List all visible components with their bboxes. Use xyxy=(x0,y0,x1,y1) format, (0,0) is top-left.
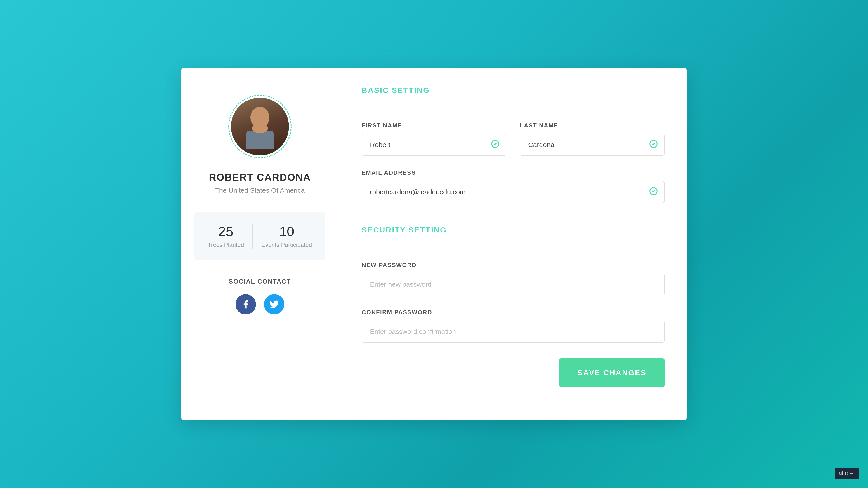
user-location: The United States Of America xyxy=(215,187,305,194)
svg-point-2 xyxy=(252,123,268,133)
name-row: FIRST NAME LAST NAME xyxy=(362,122,664,156)
left-panel: ROBERT CARDONA The United States Of Amer… xyxy=(181,68,339,420)
confirm-password-input[interactable] xyxy=(362,321,664,343)
save-row: SAVE CHANGES xyxy=(362,358,664,387)
events-stat: 10 Events Participated xyxy=(261,224,312,249)
new-password-input[interactable] xyxy=(362,273,664,295)
email-label: EMAIL ADDRESS xyxy=(362,169,664,176)
confirm-password-input-wrapper xyxy=(362,321,664,343)
email-input[interactable] xyxy=(362,181,664,203)
basic-setting-title: BASIC SETTING xyxy=(362,86,664,95)
last-name-group: LAST NAME xyxy=(520,122,664,156)
avatar xyxy=(231,98,289,156)
events-count: 10 xyxy=(279,224,294,239)
profile-card: ROBERT CARDONA The United States Of Amer… xyxy=(181,68,687,420)
email-group: EMAIL ADDRESS xyxy=(362,169,664,203)
first-name-label: FIRST NAME xyxy=(362,122,506,129)
trees-planted-stat: 25 Trees Planted xyxy=(208,224,244,249)
last-name-label: LAST NAME xyxy=(520,122,664,129)
new-password-input-wrapper xyxy=(362,273,664,295)
first-name-group: FIRST NAME xyxy=(362,122,506,156)
new-password-label: NEW PASSWORD xyxy=(362,262,664,269)
new-password-row: NEW PASSWORD xyxy=(362,262,664,295)
first-name-input[interactable] xyxy=(362,134,506,156)
confirm-password-row: CONFIRM PASSWORD xyxy=(362,309,664,343)
email-row: EMAIL ADDRESS xyxy=(362,169,664,203)
last-name-input[interactable] xyxy=(520,134,664,156)
right-panel: BASIC SETTING FIRST NAME LAST NAME xyxy=(339,68,687,420)
events-label: Events Participated xyxy=(261,241,312,249)
trees-planted-label: Trees Planted xyxy=(208,241,244,249)
first-name-input-wrapper xyxy=(362,134,506,156)
security-divider xyxy=(362,246,664,246)
security-setting-title: SECURITY SETTING xyxy=(362,225,664,234)
confirm-password-label: CONFIRM PASSWORD xyxy=(362,309,664,316)
twitter-icon[interactable] xyxy=(264,294,284,315)
facebook-icon[interactable] xyxy=(236,294,256,315)
stat-divider xyxy=(252,224,253,249)
security-section: SECURITY SETTING NEW PASSWORD CONFIRM PA… xyxy=(362,225,664,387)
save-changes-button[interactable]: SAVE CHANGES xyxy=(559,358,664,387)
stats-box: 25 Trees Planted 10 Events Participated xyxy=(194,213,326,260)
avatar-wrapper xyxy=(228,95,291,158)
uitts-badge: ui t↕↔ xyxy=(835,468,859,479)
user-name: ROBERT CARDONA xyxy=(209,172,311,183)
last-name-input-wrapper xyxy=(520,134,664,156)
email-input-wrapper xyxy=(362,181,664,203)
svg-rect-1 xyxy=(246,131,274,149)
new-password-group: NEW PASSWORD xyxy=(362,262,664,295)
social-contact-label: SOCIAL CONTACT xyxy=(229,278,291,285)
social-icons xyxy=(236,294,284,315)
confirm-password-group: CONFIRM PASSWORD xyxy=(362,309,664,343)
trees-planted-count: 25 xyxy=(218,224,234,239)
